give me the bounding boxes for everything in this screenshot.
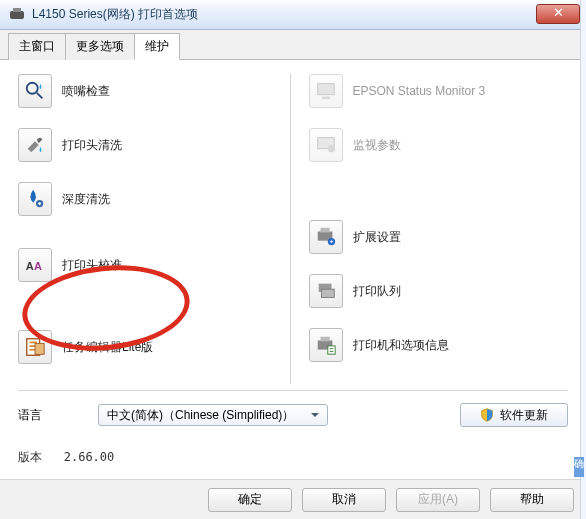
- svg-point-0: [27, 83, 38, 94]
- wrench-drop-icon[interactable]: [18, 128, 52, 162]
- item-task-editor[interactable]: 任务编辑器Lite版: [18, 330, 278, 364]
- partial-button-edge: 确: [574, 457, 584, 477]
- item-nozzle-check[interactable]: 喷嘴检查: [18, 74, 278, 108]
- language-selected: 中文(简体)（Chinese (Simplified)）: [107, 407, 294, 424]
- language-label: 语言: [18, 407, 98, 424]
- status-monitor-label: EPSON Status Monitor 3: [353, 84, 486, 98]
- printer-info-label: 打印机和选项信息: [353, 337, 449, 354]
- svg-rect-20: [321, 289, 334, 297]
- aa-align-icon[interactable]: AA: [18, 248, 52, 282]
- printer-info-icon[interactable]: [309, 328, 343, 362]
- maintenance-panel: 喷嘴检查 打印头清洗 深度清洗 AA 打印头校准: [0, 60, 586, 480]
- svg-line-1: [37, 93, 43, 99]
- window-title: L4150 Series(网络) 打印首选项: [32, 6, 198, 23]
- version-row: 版本 2.66.00: [18, 449, 568, 466]
- item-head-clean[interactable]: 打印头清洗: [18, 128, 278, 162]
- shield-icon: [480, 408, 494, 422]
- item-printer-info[interactable]: 打印机和选项信息: [309, 328, 569, 362]
- svg-rect-11: [317, 84, 334, 95]
- nozzle-check-label: 喷嘴检查: [62, 83, 110, 100]
- queue-icon[interactable]: [309, 274, 343, 308]
- item-status-monitor: EPSON Status Monitor 3: [309, 74, 569, 108]
- tab-bar: 主窗口 更多选项 维护: [0, 30, 586, 60]
- svg-rect-16: [320, 228, 329, 233]
- close-button[interactable]: ✕: [536, 4, 580, 24]
- params-icon: [309, 128, 343, 162]
- head-clean-label: 打印头清洗: [62, 137, 122, 154]
- printer-icon: [10, 8, 26, 22]
- cancel-button[interactable]: 取消: [302, 488, 386, 512]
- drop-gear-icon[interactable]: [18, 182, 52, 216]
- help-button[interactable]: 帮助: [490, 488, 574, 512]
- tab-more-options[interactable]: 更多选项: [65, 33, 135, 60]
- svg-rect-23: [327, 346, 334, 354]
- software-update-button[interactable]: 软件更新: [460, 403, 568, 427]
- right-column: EPSON Status Monitor 3 监视参数 扩展设置 打印队列: [291, 74, 569, 384]
- svg-text:A: A: [34, 260, 42, 272]
- task-list-icon[interactable]: [18, 330, 52, 364]
- magnifier-drop-icon[interactable]: [18, 74, 52, 108]
- monitor-icon: [309, 74, 343, 108]
- svg-point-3: [38, 202, 41, 205]
- tab-main[interactable]: 主窗口: [8, 33, 66, 60]
- left-column: 喷嘴检查 打印头清洗 深度清洗 AA 打印头校准: [18, 74, 291, 384]
- item-monitor-params: 监视参数: [309, 128, 569, 162]
- dialog-footer: 确定 取消 应用(A) 帮助: [0, 479, 586, 519]
- deep-clean-label: 深度清洗: [62, 191, 110, 208]
- item-head-align[interactable]: AA 打印头校准: [18, 248, 278, 282]
- apply-button: 应用(A): [396, 488, 480, 512]
- update-button-label: 软件更新: [500, 407, 548, 424]
- svg-rect-22: [320, 337, 329, 342]
- svg-point-14: [327, 145, 334, 152]
- svg-rect-10: [35, 343, 44, 354]
- head-align-label: 打印头校准: [62, 257, 122, 274]
- titlebar: L4150 Series(网络) 打印首选项 ✕: [0, 0, 586, 30]
- window-right-edge: [580, 0, 586, 519]
- version-value: 2.66.00: [64, 450, 115, 464]
- tab-maintenance[interactable]: 维护: [134, 33, 180, 60]
- language-row: 语言 中文(简体)（Chinese (Simplified)） 软件更新: [18, 403, 568, 427]
- ok-button[interactable]: 确定: [208, 488, 292, 512]
- item-print-queue[interactable]: 打印队列: [309, 274, 569, 308]
- monitor-params-label: 监视参数: [353, 137, 401, 154]
- language-select[interactable]: 中文(简体)（Chinese (Simplified)）: [98, 404, 328, 426]
- print-queue-label: 打印队列: [353, 283, 401, 300]
- svg-text:A: A: [26, 260, 34, 272]
- printer-gear-icon[interactable]: [309, 220, 343, 254]
- version-label: 版本: [18, 450, 42, 464]
- task-editor-label: 任务编辑器Lite版: [62, 339, 153, 356]
- ext-settings-label: 扩展设置: [353, 229, 401, 246]
- item-ext-settings[interactable]: 扩展设置: [309, 220, 569, 254]
- svg-rect-12: [322, 97, 329, 100]
- svg-point-18: [330, 240, 332, 242]
- item-deep-clean[interactable]: 深度清洗: [18, 182, 278, 216]
